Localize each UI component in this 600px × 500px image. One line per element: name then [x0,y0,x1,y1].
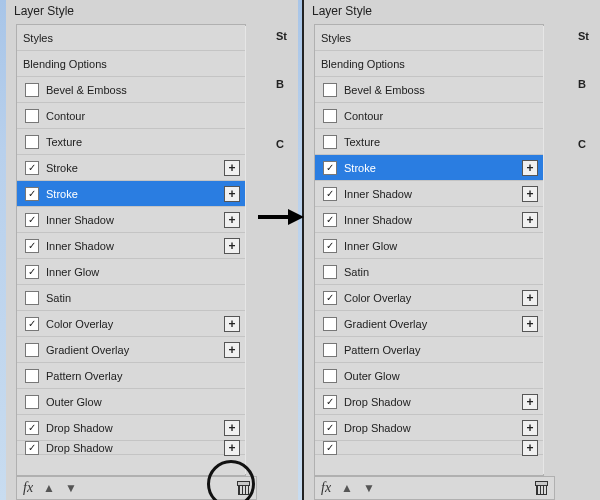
add-effect-icon[interactable]: + [224,342,240,358]
style-row[interactable]: Inner Shadow+ [17,207,246,233]
side-label: B [270,72,298,96]
checkbox[interactable] [323,343,337,357]
checkbox[interactable] [25,265,39,279]
style-row[interactable]: Stroke+ [17,155,246,181]
checkbox[interactable] [323,109,337,123]
style-row[interactable]: Blending Options [315,51,544,77]
style-row[interactable]: Contour [17,103,246,129]
style-row[interactable]: Inner Glow [315,233,544,259]
checkbox[interactable] [323,421,337,435]
add-effect-icon[interactable]: + [522,394,538,410]
add-effect-icon[interactable]: + [522,212,538,228]
checkbox[interactable] [25,317,39,331]
checkbox[interactable] [25,187,39,201]
checkbox[interactable] [323,441,337,455]
scroll-down-icon[interactable]: ▼ [543,464,544,474]
scrollbar[interactable]: ▲ ▼ [245,25,246,475]
style-row[interactable]: Stroke+ [17,181,246,207]
move-up-icon[interactable]: ▲ [341,481,353,495]
add-effect-icon[interactable]: + [522,440,538,456]
checkbox[interactable] [323,265,337,279]
style-row[interactable]: Color Overlay+ [315,285,544,311]
checkbox[interactable] [323,317,337,331]
add-effect-icon[interactable]: + [522,420,538,436]
style-row[interactable]: Gradient Overlay+ [17,337,246,363]
style-row-label: Satin [344,266,538,278]
add-effect-icon[interactable]: + [522,160,538,176]
style-row[interactable]: Pattern Overlay [315,337,544,363]
style-row[interactable]: Drop Shadow+ [315,415,544,441]
checkbox[interactable] [323,213,337,227]
checkbox[interactable] [25,213,39,227]
style-row[interactable]: Drop Shadow+ [17,441,246,455]
move-up-icon[interactable]: ▲ [43,481,55,495]
checkbox[interactable] [25,421,39,435]
move-down-icon[interactable]: ▼ [363,481,375,495]
style-row[interactable]: Outer Glow [315,363,544,389]
side-label: C [572,132,600,156]
styles-list[interactable]: StylesBlending OptionsBevel & EmbossCont… [16,24,246,476]
checkbox[interactable] [323,83,337,97]
checkbox[interactable] [323,239,337,253]
checkbox[interactable] [323,291,337,305]
fx-icon[interactable]: fx [23,480,33,496]
layer-style-panel-before: Layer Style StylesBlending OptionsBevel … [6,0,298,500]
style-row[interactable]: Blending Options [17,51,246,77]
scrollbar[interactable]: ▲ ▼ [543,25,544,475]
add-effect-icon[interactable]: + [522,316,538,332]
checkbox[interactable] [25,109,39,123]
add-effect-icon[interactable]: + [224,160,240,176]
style-row[interactable]: Satin [17,285,246,311]
checkbox[interactable] [25,291,39,305]
add-effect-icon[interactable]: + [522,186,538,202]
style-row[interactable]: Contour [315,103,544,129]
fx-icon[interactable]: fx [321,480,331,496]
add-effect-icon[interactable]: + [224,440,240,456]
checkbox[interactable] [25,441,39,455]
scroll-down-icon[interactable]: ▼ [245,464,246,474]
scroll-up-icon[interactable]: ▲ [543,26,544,36]
add-effect-icon[interactable]: + [224,212,240,228]
checkbox[interactable] [25,369,39,383]
checkbox[interactable] [323,187,337,201]
trash-icon[interactable] [237,481,250,495]
style-row[interactable]: Satin [315,259,544,285]
checkbox[interactable] [323,395,337,409]
add-effect-icon[interactable]: + [224,420,240,436]
add-effect-icon[interactable]: + [522,290,538,306]
style-row[interactable]: Styles [315,25,544,51]
checkbox[interactable] [25,135,39,149]
move-down-icon[interactable]: ▼ [65,481,77,495]
style-row[interactable]: Inner Glow [17,259,246,285]
style-row[interactable]: Texture [17,129,246,155]
scroll-up-icon[interactable]: ▲ [245,26,246,36]
trash-icon[interactable] [535,481,548,495]
checkbox[interactable] [25,343,39,357]
style-row[interactable]: Outer Glow [17,389,246,415]
add-effect-icon[interactable]: + [224,186,240,202]
style-row[interactable]: Inner Shadow+ [315,207,544,233]
add-effect-icon[interactable]: + [224,316,240,332]
styles-list[interactable]: StylesBlending OptionsBevel & EmbossCont… [314,24,544,476]
style-row[interactable]: Inner Shadow+ [315,181,544,207]
style-row[interactable]: Drop Shadow+ [315,389,544,415]
checkbox[interactable] [323,135,337,149]
style-row[interactable]: Bevel & Emboss [315,77,544,103]
style-row[interactable]: Bevel & Emboss [17,77,246,103]
style-row[interactable]: Drop Shadow+ [17,415,246,441]
checkbox[interactable] [323,369,337,383]
style-row[interactable]: Gradient Overlay+ [315,311,544,337]
checkbox[interactable] [25,161,39,175]
style-row[interactable]: Color Overlay+ [17,311,246,337]
style-row[interactable]: Texture [315,129,544,155]
checkbox[interactable] [323,161,337,175]
style-row[interactable]: Pattern Overlay [17,363,246,389]
checkbox[interactable] [25,83,39,97]
style-row[interactable]: Inner Shadow+ [17,233,246,259]
checkbox[interactable] [25,239,39,253]
add-effect-icon[interactable]: + [224,238,240,254]
style-row[interactable]: Styles [17,25,246,51]
style-row[interactable]: Stroke+ [315,155,544,181]
style-row[interactable]: + [315,441,544,455]
checkbox[interactable] [25,395,39,409]
